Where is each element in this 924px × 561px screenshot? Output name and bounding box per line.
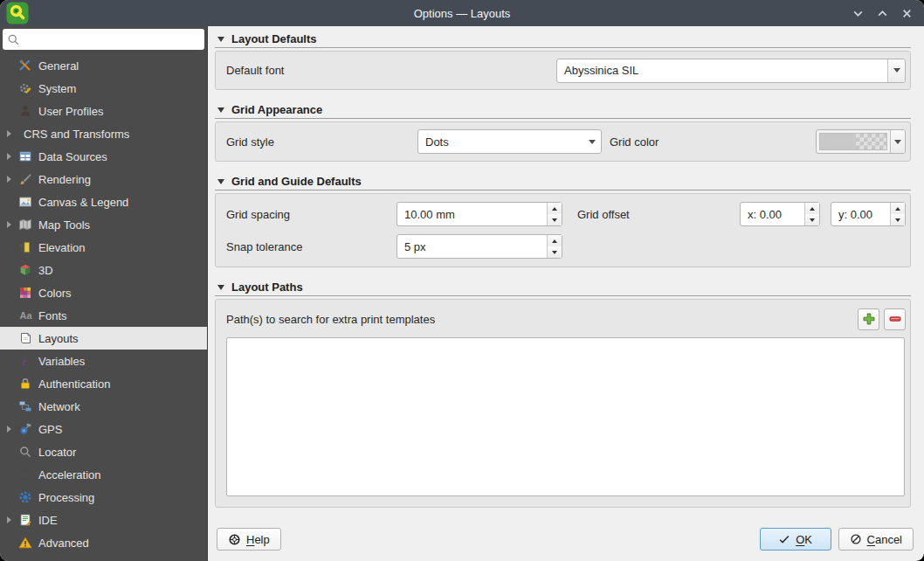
layout-defaults-groupbox: Default font Abyssinica SIL (215, 51, 911, 90)
spin-up-button[interactable] (805, 203, 819, 214)
spin-down-button[interactable] (548, 246, 562, 258)
snap-tolerance-spinbox[interactable]: 5 px (396, 234, 562, 259)
sidebar: General System User Profiles CRS and Tra… (0, 26, 208, 561)
combobox-dropdown-button[interactable] (887, 59, 905, 82)
spin-up-icon (552, 207, 557, 211)
spin-up-button[interactable] (548, 203, 562, 214)
sidebar-item-layouts[interactable]: Layouts (0, 327, 207, 350)
section-title: Grid Appearance (231, 103, 322, 116)
grid-guide-defaults-header[interactable]: Grid and Guide Defaults (215, 173, 911, 190)
expand-arrow-icon[interactable] (0, 176, 17, 183)
grid-appearance-header[interactable]: Grid Appearance (215, 101, 911, 119)
sidebar-item-ide[interactable]: IDE (0, 509, 207, 531)
cancel-button[interactable]: Cancel (838, 528, 914, 551)
close-button[interactable] (901, 8, 913, 19)
color-dropdown-button[interactable] (890, 130, 905, 153)
section-title: Layout Defaults (231, 32, 317, 45)
sidebar-searchbox[interactable] (3, 29, 204, 50)
grid-color-label: Grid color (610, 135, 659, 149)
sidebar-item-fonts[interactable]: Aa Fonts (0, 304, 207, 327)
spin-up-button[interactable] (548, 235, 562, 246)
expand-arrow-icon[interactable] (0, 221, 17, 228)
expand-arrow-icon[interactable] (0, 516, 17, 523)
titlebar[interactable]: Options — Layouts (0, 0, 924, 26)
grid-style-value: Dots (418, 130, 583, 153)
advanced-icon (17, 536, 33, 550)
ide-icon (17, 513, 33, 527)
sidebar-item-authentication[interactable]: Authentication (0, 372, 207, 395)
sidebar-item-variables[interactable]: ε Variables (0, 350, 207, 372)
elevation-icon (17, 240, 33, 254)
spin-down-button[interactable] (548, 214, 562, 225)
expand-arrow-icon[interactable] (0, 130, 17, 137)
spin-up-icon (810, 207, 815, 211)
layout-paths-groupbox: Path(s) to search for extra print templa… (215, 299, 911, 508)
sidebar-item-data-sources[interactable]: Data Sources (0, 145, 207, 168)
layout-defaults-header[interactable]: Layout Defaults (215, 31, 911, 48)
grid-offset-y-spinbox[interactable]: y: 0.00 (831, 202, 906, 226)
collapse-triangle-icon (217, 107, 224, 113)
authentication-icon (17, 377, 33, 391)
spin-up-button[interactable] (891, 203, 905, 214)
svg-text:ε: ε (23, 355, 28, 368)
chevron-down-icon (852, 8, 864, 19)
grid-offset-x-spinbox[interactable]: x: 0.00 (740, 202, 820, 226)
close-icon (901, 8, 913, 19)
sidebar-item-3d[interactable]: 3D (0, 259, 207, 281)
sidebar-item-canvas-legend[interactable]: Canvas & Legend (0, 190, 207, 213)
data-sources-icon (17, 149, 33, 163)
ok-button-label: OK (796, 533, 812, 546)
sidebar-item-elevation[interactable]: Elevation (0, 236, 207, 259)
sidebar-item-colors[interactable]: Colors (0, 281, 207, 304)
ok-button[interactable]: OK (760, 528, 831, 551)
sidebar-item-processing[interactable]: Processing (0, 486, 207, 509)
gps-icon (17, 422, 33, 436)
sidebar-item-system[interactable]: System (0, 77, 207, 100)
expand-arrow-icon[interactable] (0, 153, 17, 160)
spin-up-icon (895, 207, 900, 211)
cancel-slash-icon (850, 533, 862, 545)
maximize-button[interactable] (877, 8, 888, 19)
sidebar-item-advanced[interactable]: Advanced (0, 531, 207, 554)
grid-style-combobox[interactable]: Dots (417, 129, 602, 154)
sidebar-item-gps[interactable]: GPS (0, 418, 207, 440)
sidebar-item-acceleration[interactable]: Acceleration (0, 463, 207, 486)
spin-down-button[interactable] (805, 214, 819, 225)
sidebar-item-map-tools[interactable]: Map Tools (0, 213, 207, 236)
qgis-logo-icon (6, 2, 29, 24)
grid-color-button[interactable] (816, 129, 906, 154)
sidebar-item-crs-and-transforms[interactable]: CRS and Transforms (0, 122, 207, 145)
section-title: Layout Paths (231, 280, 303, 294)
section-grid-appearance: Grid Appearance Grid style Dots Grid col… (215, 101, 911, 162)
default-font-combobox[interactable]: Abyssinica SIL (556, 59, 906, 83)
spin-down-button[interactable] (891, 214, 905, 225)
sidebar-item-general[interactable]: General (0, 54, 207, 77)
chevron-down-icon (589, 140, 596, 144)
sidebar-item-rendering[interactable]: Rendering (0, 168, 207, 190)
processing-icon (17, 490, 33, 504)
search-input[interactable] (24, 32, 200, 47)
sidebar-item-locator[interactable]: Locator (0, 440, 207, 463)
grid-spacing-spinbox[interactable]: 10.00 mm (396, 202, 562, 226)
check-icon (778, 533, 790, 545)
user-profiles-icon (17, 104, 33, 118)
layout-paths-header[interactable]: Layout Paths (215, 279, 911, 296)
grid-style-label: Grid style (226, 135, 417, 149)
section-title: Grid and Guide Defaults (231, 175, 362, 188)
sidebar-item-user-profiles[interactable]: User Profiles (0, 100, 207, 122)
help-button[interactable]: Help (217, 528, 281, 551)
combobox-dropdown-button[interactable] (583, 130, 601, 153)
spin-down-icon (552, 251, 557, 254)
chevron-down-icon (894, 140, 901, 144)
network-icon (17, 399, 33, 413)
add-path-button[interactable] (858, 308, 879, 330)
remove-path-button[interactable] (884, 308, 906, 330)
sidebar-item-network[interactable]: Network (0, 395, 207, 418)
minimize-button[interactable] (852, 8, 864, 19)
search-icon (7, 33, 20, 46)
chevron-up-icon (877, 8, 888, 19)
expand-arrow-icon[interactable] (0, 426, 17, 433)
grid-offset-label: Grid offset (577, 208, 630, 221)
collapse-triangle-icon (217, 179, 224, 184)
template-paths-list[interactable] (226, 337, 905, 496)
